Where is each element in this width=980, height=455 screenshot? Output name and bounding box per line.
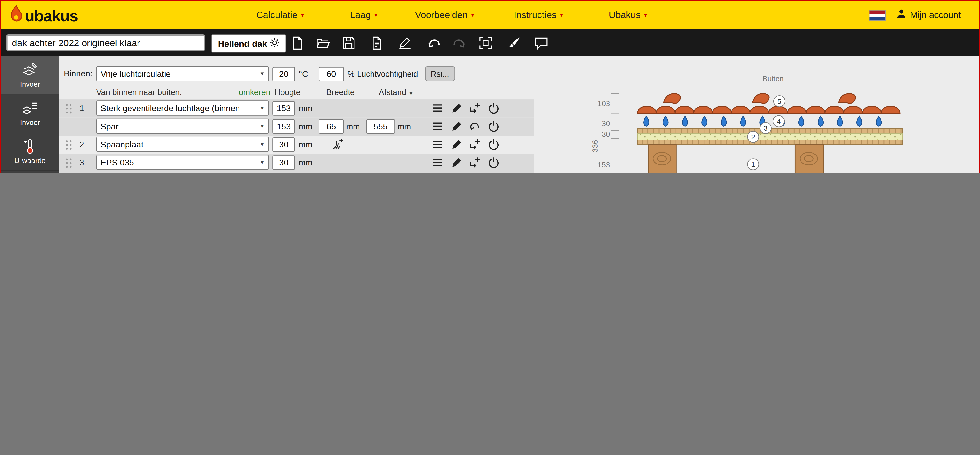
insert-layer-icon[interactable] (469, 102, 481, 114)
unit-mm: mm (299, 104, 312, 113)
layer-marker-3: 3 (760, 122, 771, 134)
rsi-button[interactable]: Rsi... (425, 66, 455, 81)
sidebar-item-invoer-list[interactable]: Invoer (1, 94, 59, 133)
project-name-input[interactable] (6, 34, 205, 51)
rotate-layer-icon[interactable] (469, 120, 481, 133)
comment-icon[interactable] (534, 36, 549, 51)
insert-layer-icon[interactable] (469, 138, 481, 151)
sidebar-item-milieubalans[interactable]: Milieubalans (1, 171, 59, 173)
board-hatch (638, 140, 903, 144)
omkeren-link[interactable]: omkeren (239, 87, 270, 97)
material-select[interactable]: EPS 035▼ (96, 155, 269, 170)
layer-marker-1: 1 (748, 159, 759, 170)
layer-row-3: 3 EPS 035▼ mm (59, 154, 534, 171)
sidebar-item-invoer-draw[interactable]: Invoer (1, 56, 59, 94)
toggle-layer-icon[interactable] (487, 120, 500, 133)
material-select[interactable]: Spar▼ (96, 119, 269, 134)
account-label: Mijn account (910, 10, 961, 20)
svg-text:1: 1 (751, 161, 755, 168)
direction-label: Van binnen naar buiten: (96, 87, 182, 97)
chevron-down-icon: ▼ (374, 13, 379, 18)
unit-mm: mm (299, 122, 312, 131)
edit-layer-icon[interactable] (450, 156, 463, 169)
menu-voorbeelden[interactable]: Voorbeelden▼ (415, 10, 475, 20)
roof-type-label: Hellend dak (218, 38, 267, 48)
toggle-layer-icon[interactable] (487, 138, 500, 151)
list-layers-icon (21, 100, 39, 116)
ubakus-app: ubakus Calculatie▼ Laag▼ Voorbeelden▼ In… (0, 0, 980, 173)
unit-mm: mm (346, 122, 360, 131)
unit-mm: mm (299, 140, 312, 149)
rafter-right (795, 144, 823, 173)
save-icon[interactable] (341, 36, 356, 51)
edit-signature-icon[interactable] (398, 36, 412, 51)
insert-layer-icon[interactable] (469, 156, 481, 169)
fit-view-icon[interactable] (478, 36, 493, 51)
drag-handle-icon[interactable] (65, 140, 73, 151)
edit-layer-icon[interactable] (450, 102, 463, 114)
paintbrush-icon[interactable] (506, 36, 521, 51)
toggle-layer-icon[interactable] (487, 102, 500, 114)
file-toolbar: Hellend dak (1, 29, 980, 56)
unit-mm: mm (299, 158, 312, 168)
menu-calculatie[interactable]: Calculatie▼ (256, 10, 305, 20)
diagram-buiten-label: Buiten (762, 75, 784, 83)
width-input[interactable] (319, 119, 344, 134)
chevron-down-icon: ▼ (256, 141, 268, 147)
thickness-input[interactable] (272, 155, 295, 170)
flame-logo-icon (8, 5, 24, 26)
svg-text:5: 5 (778, 98, 781, 105)
binnen-condition-select[interactable]: Vrije luchtcirculatie ▼ (96, 66, 269, 81)
new-document-icon[interactable] (290, 36, 305, 51)
binnen-temp-input[interactable] (272, 67, 295, 81)
layer-menu-icon[interactable] (431, 102, 444, 114)
binnen-humidity-input[interactable] (319, 67, 344, 81)
material-select[interactable]: Sterk geventileerde luchtlage (binnen▼ (96, 100, 269, 116)
vertical-dimension-lines (611, 94, 619, 173)
drag-handle-icon[interactable] (65, 157, 73, 168)
dim-label: 153 (598, 160, 610, 169)
roof-ridge-tile (752, 94, 769, 103)
svg-text:3: 3 (764, 124, 768, 132)
menu-instructies[interactable]: Instructies▼ (514, 10, 564, 20)
pdf-export-icon[interactable] (369, 36, 384, 51)
layer-menu-icon[interactable] (431, 138, 444, 151)
thickness-input[interactable] (272, 119, 295, 134)
menu-laag[interactable]: Laag▼ (350, 10, 378, 20)
humidity-label: % Luchtvochtigheid (348, 70, 418, 79)
layer-number: 3 (76, 158, 88, 168)
ubakus-logo[interactable]: ubakus (8, 5, 78, 26)
menu-ubakus[interactable]: Ubakus▼ (609, 10, 648, 20)
layer-row-1-sub: Spar▼ mm mm mm (59, 117, 534, 136)
open-project-icon[interactable] (316, 36, 331, 51)
thickness-input[interactable] (272, 101, 295, 116)
sidebar-item-u-waarde[interactable]: U-waarde (1, 133, 59, 171)
drag-handle-icon[interactable] (65, 103, 73, 114)
select-value: Vrije luchtcirculatie (97, 69, 256, 78)
col-afstand-dropdown[interactable]: Afstand ▼ (379, 87, 414, 97)
col-hoogte: Hoogte (274, 87, 301, 97)
person-icon (896, 9, 906, 21)
chevron-down-icon: ▼ (256, 123, 268, 129)
layer-menu-icon[interactable] (431, 156, 444, 169)
roof-type-button[interactable]: Hellend dak (211, 34, 286, 52)
chevron-down-icon: ▼ (300, 13, 305, 18)
construction-diagram: Buiten 103 30 30 153 336 (589, 64, 976, 173)
thickness-input[interactable] (272, 138, 295, 152)
grain-direction-icon[interactable] (331, 138, 344, 151)
layer-row-1: 1 Sterk geventileerde luchtlage (binnen▼… (59, 99, 534, 117)
draw-layers-icon (21, 62, 39, 78)
redo-icon[interactable] (451, 36, 466, 51)
undo-icon[interactable] (427, 36, 442, 51)
distance-input[interactable] (366, 119, 395, 134)
dutch-flag-icon[interactable] (869, 10, 886, 21)
chevron-down-icon: ▼ (559, 13, 564, 18)
columns-header-row: Van binnen naar buiten: omkeren Hoogte B… (59, 87, 534, 100)
toggle-layer-icon[interactable] (487, 156, 500, 169)
material-select[interactable]: Spaanplaat▼ (96, 137, 269, 152)
edit-layer-icon[interactable] (450, 138, 463, 151)
edit-layer-icon[interactable] (450, 120, 463, 133)
account-button[interactable]: Mijn account (896, 9, 961, 21)
chevron-down-icon: ▼ (470, 13, 475, 18)
layer-menu-icon[interactable] (431, 120, 444, 133)
